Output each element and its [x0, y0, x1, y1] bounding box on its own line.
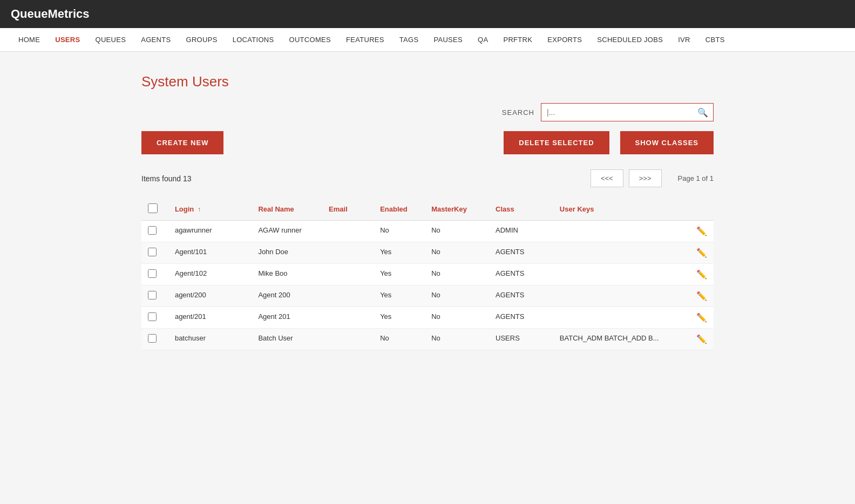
table-body: agawrunner AGAW runner No No ADMIN ✏️ Ag…: [141, 221, 714, 350]
nav-item-exports[interactable]: EXPORTS: [540, 29, 589, 50]
row-login: batchuser: [168, 329, 252, 350]
nav-item-home[interactable]: HOME: [11, 29, 48, 50]
nav-item-users[interactable]: USERS: [48, 29, 87, 50]
nav-item-ivr[interactable]: IVR: [670, 29, 698, 50]
row-realname: Agent 200: [252, 285, 322, 307]
col-header-email[interactable]: Email: [322, 198, 374, 221]
row-masterkey: No: [425, 329, 489, 350]
col-header-enabled[interactable]: Enabled: [374, 198, 425, 221]
row-checkbox-cell: [141, 307, 168, 329]
row-masterkey: No: [425, 285, 489, 307]
sort-arrow-login: ↑: [198, 206, 201, 213]
select-all-header: [141, 198, 168, 221]
row-checkbox-cell: [141, 329, 168, 350]
search-wrapper: 🔍: [541, 103, 714, 121]
nav-item-prftrk[interactable]: PRFTRK: [496, 29, 540, 50]
col-header-login[interactable]: Login ↑: [168, 198, 252, 221]
row-class: USERS: [489, 329, 553, 350]
col-header-edit: [682, 198, 714, 221]
nav-item-tags[interactable]: TAGS: [392, 29, 426, 50]
select-all-checkbox[interactable]: [148, 203, 158, 213]
nav-item-qa[interactable]: QA: [470, 29, 496, 50]
col-header-realname[interactable]: Real Name: [252, 198, 322, 221]
edit-icon[interactable]: ✏️: [696, 291, 707, 301]
search-label: SEARCH: [502, 108, 534, 117]
row-checkbox[interactable]: [148, 248, 157, 256]
edit-icon[interactable]: ✏️: [696, 270, 707, 279]
row-userkeys: [553, 264, 682, 285]
nav-item-cbts[interactable]: CBTS: [698, 29, 732, 50]
nav-item-locations[interactable]: LOCATIONS: [225, 29, 282, 50]
nav-item-outcomes[interactable]: OUTCOMES: [282, 29, 339, 50]
row-checkbox[interactable]: [148, 312, 157, 321]
row-checkbox[interactable]: [148, 269, 157, 278]
row-edit-cell: ✏️: [682, 221, 714, 242]
row-edit-cell: ✏️: [682, 285, 714, 307]
row-email: [322, 264, 374, 285]
row-checkbox[interactable]: [148, 226, 157, 235]
row-enabled: Yes: [374, 264, 425, 285]
row-email: [322, 285, 374, 307]
row-login: Agent/101: [168, 242, 252, 264]
topbar: QueueMetrics: [0, 0, 855, 28]
row-class: AGENTS: [489, 264, 553, 285]
nav-item-scheduled-jobs[interactable]: SCHEDULED JOBS: [589, 29, 670, 50]
nav-item-agents[interactable]: AGENTS: [133, 29, 178, 50]
main-content: System Users SEARCH 🔍 CREATE NEW DELETE …: [131, 73, 724, 350]
table-header: Login ↑ Real Name Email Enabled MasterKe…: [141, 198, 714, 221]
items-found: Items found 13: [141, 174, 192, 183]
buttons-row: CREATE NEW DELETE SELECTED SHOW CLASSES: [141, 131, 714, 154]
row-edit-cell: ✏️: [682, 264, 714, 285]
row-enabled: Yes: [374, 307, 425, 329]
col-header-masterkey[interactable]: MasterKey: [425, 198, 489, 221]
row-login: agent/201: [168, 307, 252, 329]
row-masterkey: No: [425, 264, 489, 285]
delete-selected-button[interactable]: DELETE SELECTED: [504, 131, 609, 154]
nav-item-features[interactable]: FEATURES: [338, 29, 392, 50]
row-enabled: No: [374, 221, 425, 242]
next-button[interactable]: >>>: [629, 169, 662, 187]
create-new-button[interactable]: CREATE NEW: [141, 131, 223, 154]
row-checkbox-cell: [141, 285, 168, 307]
row-email: [322, 329, 374, 350]
app-logo: QueueMetrics: [11, 7, 90, 21]
edit-icon[interactable]: ✏️: [696, 248, 707, 257]
row-checkbox[interactable]: [148, 291, 157, 299]
nav-item-queues[interactable]: QUEUES: [88, 29, 134, 50]
row-login: Agent/102: [168, 264, 252, 285]
row-edit-cell: ✏️: [682, 307, 714, 329]
col-header-class[interactable]: Class: [489, 198, 553, 221]
row-realname: Batch User: [252, 329, 322, 350]
row-userkeys: [553, 242, 682, 264]
row-login: agent/200: [168, 285, 252, 307]
table-row: batchuser Batch User No No USERS BATCH_A…: [141, 329, 714, 350]
row-email: [322, 221, 374, 242]
row-checkbox-cell: [141, 264, 168, 285]
table-row: agent/201 Agent 201 Yes No AGENTS ✏️: [141, 307, 714, 329]
row-userkeys: [553, 285, 682, 307]
row-realname: AGAW runner: [252, 221, 322, 242]
nav-item-groups[interactable]: GROUPS: [178, 29, 225, 50]
edit-icon[interactable]: ✏️: [696, 335, 707, 344]
row-enabled: Yes: [374, 285, 425, 307]
table-row: Agent/101 John Doe Yes No AGENTS ✏️: [141, 242, 714, 264]
row-userkeys: BATCH_ADM BATCH_ADD B...: [553, 329, 682, 350]
row-edit-cell: ✏️: [682, 242, 714, 264]
col-header-userkeys[interactable]: User Keys: [553, 198, 682, 221]
row-realname: John Doe: [252, 242, 322, 264]
show-classes-button[interactable]: SHOW CLASSES: [620, 131, 714, 154]
row-userkeys: [553, 221, 682, 242]
prev-button[interactable]: <<<: [591, 169, 623, 187]
edit-icon[interactable]: ✏️: [696, 227, 707, 236]
row-class: AGENTS: [489, 307, 553, 329]
row-email: [322, 307, 374, 329]
row-realname: Agent 201: [252, 307, 322, 329]
edit-icon[interactable]: ✏️: [696, 313, 707, 322]
row-realname: Mike Boo: [252, 264, 322, 285]
nav-item-pauses[interactable]: PAUSES: [426, 29, 470, 50]
row-checkbox[interactable]: [148, 334, 157, 343]
table-row: agent/200 Agent 200 Yes No AGENTS ✏️: [141, 285, 714, 307]
search-icon: 🔍: [697, 107, 708, 118]
search-input[interactable]: [541, 103, 714, 121]
row-masterkey: No: [425, 242, 489, 264]
